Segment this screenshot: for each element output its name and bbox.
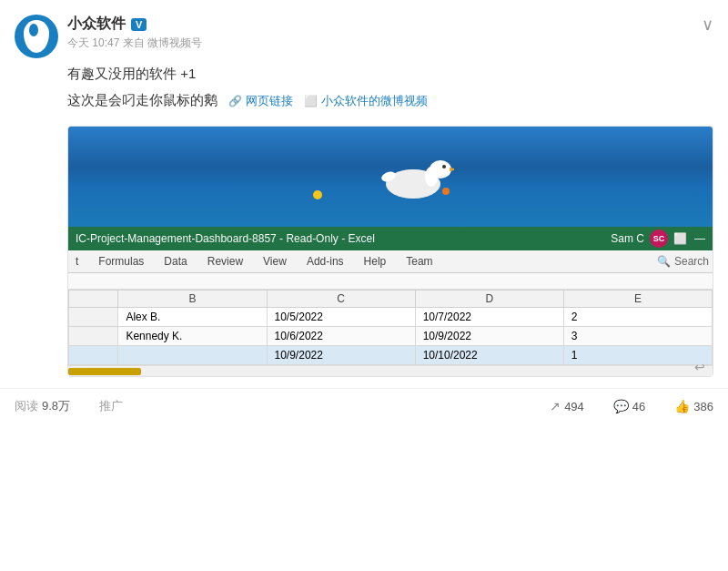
verified-badge: V (131, 18, 147, 31)
svg-point-5 (442, 165, 446, 168)
col-header-c: C (267, 291, 415, 308)
cell-e3[interactable]: 1 (563, 346, 712, 365)
row-number (69, 346, 118, 365)
table-row[interactable]: Alex B. 10/5/2022 10/7/2022 2 (69, 308, 713, 327)
cell-d2[interactable]: 10/9/2022 (415, 327, 563, 346)
svg-point-3 (425, 167, 438, 187)
post-card: 小众软件 V 今天 10:47 来自 微博视频号 ∨ 有趣又没用的软件 +1 这… (0, 0, 728, 571)
read-count: 9.8万 (42, 398, 70, 414)
author-name[interactable]: 小众软件 (67, 15, 126, 34)
ribbon-tab-data[interactable]: Data (160, 253, 190, 270)
excel-search-box[interactable]: 🔍 Search (657, 255, 709, 268)
search-label: Search (674, 255, 709, 268)
excel-title-text: IC-Project-Management-Dashboard-8857 - R… (76, 232, 375, 245)
cell-d1[interactable]: 10/7/2022 (415, 308, 563, 327)
read-stat: 阅读 9.8万 (15, 398, 70, 414)
dot-yellow (313, 190, 322, 199)
col-header-e: E (563, 291, 712, 308)
video-icon: ⬜ (304, 95, 318, 107)
like-icon: 👍 (674, 399, 690, 413)
row-number (69, 327, 118, 346)
maximize-icon[interactable]: ⬜ (673, 232, 687, 245)
author-line: 小众软件 V (67, 15, 713, 34)
share-count: 494 (564, 400, 584, 413)
cell-b3[interactable] (118, 346, 267, 365)
excel-user-name: Sam C (611, 232, 644, 245)
cell-e2[interactable]: 3 (563, 327, 712, 346)
chevron-down-icon[interactable]: ∨ (702, 15, 713, 35)
post-footer: 阅读 9.8万 推广 ↗ 494 💬 46 👍 386 (0, 388, 728, 423)
goose-svg (372, 149, 454, 203)
ribbon-tab-review[interactable]: Review (204, 253, 247, 270)
like-count: 386 (693, 400, 713, 413)
comment-icon: 💬 (613, 399, 629, 413)
post-header: 小众软件 V 今天 10:47 来自 微博视频号 ∨ (0, 0, 728, 66)
table-row-selected[interactable]: 10/9/2022 10/10/2022 1 (69, 346, 713, 365)
webpage-link-label: 网页链接 (246, 93, 293, 109)
excel-user-area: Sam C SC ⬜ — (611, 229, 705, 248)
cell-c2[interactable]: 10/6/2022 (267, 327, 415, 346)
excel-scrollbar-thumb[interactable] (68, 368, 141, 375)
avatar-image (24, 20, 49, 53)
excel-game-area (68, 127, 713, 227)
excel-formula-bar[interactable] (68, 273, 713, 290)
excel-window-controls: ⬜ — (673, 232, 705, 245)
ribbon-tab-formulas[interactable]: Formulas (95, 253, 147, 270)
ribbon-tab-help[interactable]: Help (360, 253, 390, 270)
promote-stat: 推广 (99, 398, 123, 414)
read-label: 阅读 (15, 398, 38, 414)
promote-label: 推广 (99, 398, 123, 414)
share-stat[interactable]: ↗ 494 (550, 399, 584, 413)
excel-table: B C D E Alex B. 10/5/2022 10/7/2022 2 (68, 290, 713, 365)
link-icon: 🔗 (228, 95, 242, 107)
cell-c1[interactable]: 10/5/2022 (267, 308, 415, 327)
video-link[interactable]: ⬜ 小众软件的微博视频 (304, 93, 428, 109)
author-avatar[interactable] (15, 15, 58, 58)
like-stat[interactable]: 👍 386 (674, 399, 713, 413)
share-icon: ↗ (550, 399, 561, 413)
ribbon-tab-t[interactable]: t (72, 253, 82, 270)
post-body: 有趣又没用的软件 +1 这次是会叼走你鼠标的鹅 🔗 网页链接 ⬜ 小众软件的微博… (0, 66, 728, 126)
row-number (69, 308, 118, 327)
col-header-a (69, 291, 118, 308)
minimize-icon[interactable]: — (694, 232, 705, 245)
excel-user-avatar: SC (650, 229, 668, 248)
excel-reply-icon[interactable]: ↩ (694, 360, 705, 374)
ribbon-tab-addins[interactable]: Add-ins (303, 253, 348, 270)
comment-stat[interactable]: 💬 46 (613, 399, 645, 413)
video-link-label: 小众软件的微博视频 (321, 93, 428, 109)
ribbon-tab-view[interactable]: View (259, 253, 290, 270)
ribbon-tab-team[interactable]: Team (402, 253, 436, 270)
webpage-link[interactable]: 🔗 网页链接 (228, 93, 293, 109)
post-text: 这次是会叼走你鼠标的鹅 🔗 网页链接 ⬜ 小众软件的微博视频 (67, 92, 713, 109)
cell-b1[interactable]: Alex B. (118, 308, 267, 327)
excel-scrollbar[interactable]: ↩ (68, 365, 713, 376)
media-container[interactable]: IC-Project-Management-Dashboard-8857 - R… (67, 126, 713, 377)
excel-preview: IC-Project-Management-Dashboard-8857 - R… (68, 127, 713, 376)
post-meta: 小众软件 V 今天 10:47 来自 微博视频号 (67, 15, 713, 51)
search-icon: 🔍 (657, 255, 671, 268)
col-header-d: D (415, 291, 563, 308)
svg-marker-4 (450, 168, 454, 171)
comment-count: 46 (632, 400, 645, 413)
cell-b2[interactable]: Kennedy K. (118, 327, 267, 346)
post-main-text: 这次是会叼走你鼠标的鹅 (67, 92, 217, 109)
post-time: 今天 10:47 来自 微博视频号 (67, 36, 713, 51)
cell-e1[interactable]: 2 (563, 308, 712, 327)
cell-d3[interactable]: 10/10/2022 (415, 346, 563, 365)
post-subtitle: 有趣又没用的软件 +1 (67, 66, 713, 83)
cell-c3[interactable]: 10/9/2022 (267, 346, 415, 365)
excel-ribbon: t Formulas Data Review View Add-ins Help… (68, 250, 713, 273)
table-row[interactable]: Kennedy K. 10/6/2022 10/9/2022 3 (69, 327, 713, 346)
col-header-b: B (118, 291, 267, 308)
excel-titlebar: IC-Project-Management-Dashboard-8857 - R… (68, 227, 713, 250)
